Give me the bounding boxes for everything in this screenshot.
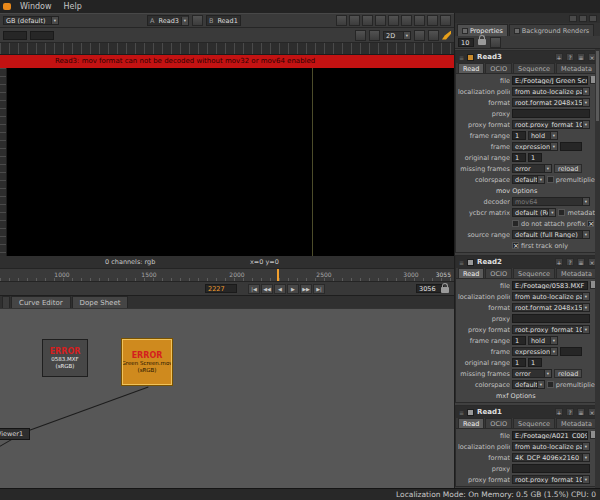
text-input[interactable] <box>512 314 590 323</box>
buffer-b-dropdown[interactable]: B Read1 <box>206 15 241 26</box>
checkbox[interactable] <box>547 381 554 388</box>
panel-tab-sequence[interactable]: Sequence <box>513 63 555 73</box>
pane-split-icon[interactable] <box>579 15 587 22</box>
viewer-x-field[interactable] <box>3 31 27 40</box>
center-node-icon[interactable]: + <box>555 53 563 61</box>
dropdown[interactable]: default (Rec 709)▾ <box>512 208 556 217</box>
text-input[interactable] <box>512 109 590 118</box>
viewer-y-field[interactable] <box>30 31 54 40</box>
menu-help[interactable]: Help <box>64 2 82 11</box>
dropdown[interactable]: default (sRGB)▾ <box>512 380 545 389</box>
text-input[interactable]: 1 <box>512 131 526 140</box>
dropdown[interactable]: mov64▾ <box>512 197 590 206</box>
refresh-icon[interactable] <box>375 15 386 26</box>
transport-button-4[interactable]: ▶▶ <box>300 284 312 294</box>
help-icon[interactable]: ? <box>566 53 574 61</box>
dropdown[interactable]: root.proxy_format 1024x778▾ <box>512 325 590 334</box>
color-sample-icon[interactable] <box>355 30 366 41</box>
node-color-swatch[interactable] <box>467 259 474 266</box>
dropdown[interactable]: from auto-localize path▾ <box>512 292 590 301</box>
dropdown[interactable]: root.format 2048x1556▾ <box>512 98 590 107</box>
dropdown[interactable]: root.format 2048x1556▾ <box>512 303 590 312</box>
panel-tab-ocio[interactable]: OCIO <box>485 63 512 73</box>
viewer-settings-icon[interactable] <box>427 15 438 26</box>
tab-background-renders[interactable]: Background Renders <box>509 24 594 36</box>
fullscreen-icon[interactable] <box>440 15 451 26</box>
dropdown[interactable]: expression▾ <box>512 347 558 356</box>
dropdown[interactable]: root.proxy_format 1024x778▾ <box>512 475 590 484</box>
roi-icon[interactable] <box>336 15 347 26</box>
proxy-icon[interactable] <box>349 15 360 26</box>
eyedropper-icon[interactable] <box>369 30 380 41</box>
node-color-swatch[interactable] <box>467 409 474 416</box>
dropdown[interactable]: default (sRGB)▾ <box>512 175 545 184</box>
text-input[interactable]: 1 <box>512 358 526 367</box>
help-icon[interactable]: ? <box>566 408 574 416</box>
checkbox[interactable]: × <box>512 242 519 249</box>
node-color-swatch[interactable] <box>467 54 474 61</box>
panel-tab-ocio[interactable]: OCIO <box>485 418 512 428</box>
panel-menu-icon[interactable]: ≡ <box>577 408 585 416</box>
panel-tab-sequence[interactable]: Sequence <box>513 268 555 278</box>
panel-titlebar[interactable]: ≡Read1+?≡× <box>456 406 599 418</box>
panel-tab-metadata[interactable]: Metadata <box>556 63 597 73</box>
panel-tab-metadata[interactable]: Metadata <box>556 268 597 278</box>
tab-curve-editor[interactable]: Curve Editor <box>11 296 71 308</box>
dropdown[interactable]: error▾ <box>512 369 552 378</box>
node-read2-0583[interactable]: ERROR 0583.MXF (sRGB) <box>42 339 88 377</box>
transport-button-1[interactable]: ◀◀ <box>261 284 273 294</box>
text-input[interactable] <box>512 464 590 473</box>
center-node-icon[interactable]: + <box>555 258 563 266</box>
frame-range-input[interactable]: 3056 <box>416 284 444 293</box>
center-node-icon[interactable]: + <box>555 408 563 416</box>
dropdown[interactable]: from auto-localize path▾ <box>512 442 590 451</box>
gain-icon[interactable] <box>414 15 425 26</box>
dropdown[interactable]: from auto-localize path▾ <box>512 87 590 96</box>
playhead[interactable] <box>277 269 279 281</box>
wipe-icon[interactable] <box>192 15 203 26</box>
text-input[interactable]: E:/Footage/0583.MXF <box>512 281 588 290</box>
help-icon[interactable]: ? <box>566 258 574 266</box>
reload-button[interactable]: reload <box>554 369 582 378</box>
dropdown[interactable]: root.proxy_format 1024x778▾ <box>512 120 590 129</box>
annotation-pencil-icon[interactable] <box>442 31 451 40</box>
menu-window[interactable]: Window <box>20 2 52 11</box>
checkbox[interactable]: × <box>587 220 594 227</box>
current-frame-input[interactable]: 2227 <box>205 284 237 293</box>
panel-tab-sequence[interactable]: Sequence <box>513 418 555 428</box>
text-input[interactable]: 1 <box>512 153 526 162</box>
mask-overlay-icon[interactable] <box>414 30 425 41</box>
max-panels-input[interactable]: 10 <box>458 38 474 47</box>
text-input[interactable]: 1 <box>512 336 526 345</box>
dropdown[interactable]: error▾ <box>512 164 552 173</box>
checkbox[interactable] <box>547 176 554 183</box>
text-input[interactable]: 1 <box>528 358 542 367</box>
panel-titlebar[interactable]: ≡Read2+?≡× <box>456 256 599 268</box>
text-input[interactable] <box>560 347 582 356</box>
view-mode-dropdown[interactable]: 2D ▾ <box>383 31 411 40</box>
node-graph-canvas[interactable]: ERROR 0583.MXF (sRGB) ERROR Green Screen… <box>0 308 454 488</box>
lock-panels-icon[interactable] <box>478 39 486 45</box>
zoom-lock-icon[interactable] <box>388 15 399 26</box>
node-viewer1[interactable]: Viewer1 <box>0 428 30 440</box>
channels-dropdown[interactable]: GB (default) ▾ <box>3 16 59 25</box>
dropdown[interactable]: hold▾ <box>528 131 558 140</box>
panel-tab-metadata[interactable]: Metadata <box>556 418 597 428</box>
buffer-a-dropdown[interactable]: A Read3 ▾ <box>147 15 189 26</box>
reload-button[interactable]: reload <box>554 164 582 173</box>
transport-button-3[interactable]: ▶ <box>287 284 299 294</box>
transport-button-0[interactable]: |◀ <box>248 284 260 294</box>
dropdown[interactable]: 4K_DCP 4096x2160▾ <box>512 453 590 462</box>
panel-tab-read[interactable]: Read <box>458 268 484 278</box>
panel-titlebar[interactable]: ≡Read3+?≡× <box>456 51 599 63</box>
text-input[interactable]: E:/Footage/A021_C009_0 <box>512 431 588 440</box>
dropdown[interactable]: hold▾ <box>528 336 558 345</box>
pane-content-icon[interactable] <box>569 15 577 22</box>
dropdown[interactable]: expression▾ <box>512 142 558 151</box>
panel-tab-read[interactable]: Read <box>458 418 484 428</box>
guides-icon[interactable] <box>428 30 439 41</box>
panel-menu-icon[interactable]: ≡ <box>577 53 585 61</box>
text-input[interactable]: 1 <box>528 153 542 162</box>
pause-icon[interactable] <box>362 15 373 26</box>
scrollbar-thumb[interactable] <box>596 51 599 121</box>
